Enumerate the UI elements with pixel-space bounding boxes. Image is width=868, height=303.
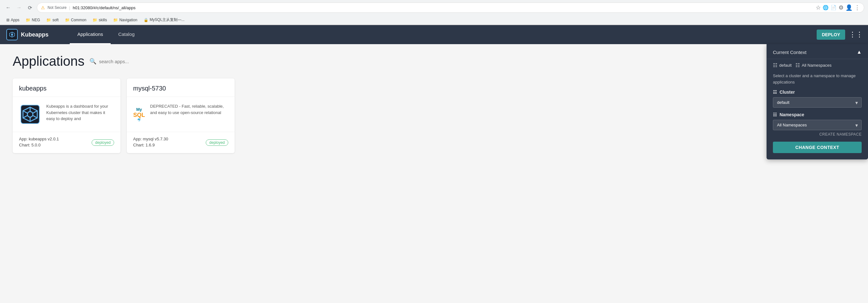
context-panel-header: Current Context ▲ — [767, 44, 868, 59]
address-bar-actions: ☆ 🌐 📄 ⚙ 👤 ⋮ — [816, 4, 860, 11]
kubeapps-logo-icon — [6, 29, 18, 40]
card-header-mysql: mysql-5730 — [127, 79, 235, 97]
grid-apps-icon[interactable]: ⋮⋮ — [849, 30, 863, 39]
chrome-menu-icon[interactable]: ⋮ — [855, 4, 860, 11]
card-desc-mysql: DEPRECATED - Fast, reliable, scalable, a… — [150, 103, 228, 126]
apps-grid-icon: ⊞ — [6, 18, 9, 22]
logo-svg — [9, 31, 15, 38]
namespace-section-icon: ☷ — [773, 112, 777, 117]
folder-icon-5: 📁 — [113, 18, 118, 22]
bookmark-apps-label: Apps — [11, 18, 19, 22]
status-badge-mysql: deployed — [206, 139, 228, 146]
bookmark-navigation[interactable]: 📁 Navigation — [111, 17, 140, 23]
chart-version-value-kubeapps: 5.0.0 — [31, 143, 40, 147]
card-body-kubeapps: Kubeapps is a dashboard for your Kuberne… — [13, 97, 121, 132]
folder-icon: 📁 — [26, 18, 30, 22]
context-subtitle: Select a cluster and a namespace to mana… — [767, 68, 868, 85]
kubeapps-card-logo — [19, 103, 41, 126]
bookmark-skills[interactable]: 📁 skills — [90, 17, 110, 23]
cluster-select[interactable]: default — [773, 97, 862, 108]
logo-text: Kubeapps — [21, 31, 49, 38]
page-title-area: Applications 🔍 — [13, 54, 855, 69]
bookmarks-bar: ⊞ Apps 📁 NEG 📁 soft 📁 Common 📁 skills 📁 … — [0, 15, 868, 25]
mysql-card-logo: My SQL 🐬 — [133, 103, 145, 126]
app-card-kubeapps[interactable]: kubeapps — [13, 79, 121, 153]
bookmark-soft-label: soft — [52, 18, 58, 22]
logo-area: Kubeapps — [0, 29, 70, 40]
svg-point-1 — [11, 34, 13, 35]
context-chevron-icon[interactable]: ▲ — [857, 49, 862, 55]
extension-translate-icon[interactable]: 🌐 — [823, 5, 829, 10]
context-panel-title: Current Context — [773, 50, 806, 55]
card-footer-kubeapps: App: kubeapps v2.0.1 Chart: 5.0.0 deploy… — [13, 132, 121, 153]
card-footer-row-mysql: App: mysql v5.7.30 Chart: 1.6.9 deployed — [133, 137, 228, 149]
cluster-section-title: ☷ Cluster — [773, 89, 862, 95]
card-meta-mysql: App: mysql v5.7.30 Chart: 1.6.9 — [133, 137, 168, 149]
header-right: DEPLOY ⋮⋮ — [817, 30, 868, 40]
nav-buttons: ← → ⟳ — [4, 3, 34, 12]
tab-applications[interactable]: Applications — [70, 25, 111, 44]
context-badge-namespace: ☷ All Namespaces — [796, 62, 832, 68]
apps-grid: kubeapps — [13, 79, 855, 153]
separator: | — [69, 5, 70, 10]
bookmark-soft[interactable]: 📁 soft — [44, 17, 61, 23]
status-badge-kubeapps: deployed — [92, 139, 114, 146]
change-context-button[interactable]: CHANGE CONTEXT — [773, 142, 862, 153]
chart-version-kubeapps: Chart: 5.0.0 — [19, 143, 59, 147]
reload-button[interactable]: ⟳ — [25, 3, 34, 12]
address-bar[interactable]: ⚠ Not Secure | h01:32080/#/c/default/ns/… — [37, 3, 864, 13]
context-badges: ☷ default ☷ All Namespaces — [767, 59, 868, 68]
deploy-button[interactable]: DEPLOY — [817, 30, 845, 40]
lock-icon: 🔒 — [144, 18, 148, 22]
main-content: Applications 🔍 kubeapps — [0, 44, 868, 235]
namespace-icon: ☷ — [796, 62, 800, 68]
app-version-mysql: App: mysql v5.7.30 — [133, 137, 168, 141]
page-title: Applications — [13, 54, 84, 69]
card-title-mysql: mysql-5730 — [133, 85, 228, 92]
card-title-kubeapps: kubeapps — [19, 85, 114, 92]
browser-toolbar: ← → ⟳ ⚠ Not Secure | h01:32080/#/c/defau… — [0, 0, 868, 15]
context-namespace-section: ☷ Namespace All Namespaces default kube-… — [767, 108, 868, 130]
context-badge-cluster: ☷ default — [773, 62, 792, 68]
bookmark-neg[interactable]: 📁 NEG — [23, 17, 42, 23]
search-box: 🔍 — [89, 57, 162, 66]
kubeapps-logo-img — [21, 105, 40, 124]
context-cluster-label: default — [779, 63, 792, 67]
search-icon: 🔍 — [89, 58, 96, 65]
card-body-mysql: My SQL 🐬 DEPRECATED - Fast, reliable, sc… — [127, 97, 235, 132]
tab-catalog[interactable]: Catalog — [111, 25, 142, 44]
app-version-value-kubeapps: kubeapps v2.0.1 — [29, 137, 59, 141]
create-namespace-link[interactable]: CREATE NAMESPACE — [767, 130, 868, 137]
not-secure-label: Not Secure — [48, 5, 67, 10]
forward-button[interactable]: → — [14, 3, 24, 12]
cluster-section-icon: ☷ — [773, 89, 777, 95]
cluster-icon: ☷ — [773, 62, 777, 68]
url-text[interactable]: h01:32080/#/c/default/ns/_all/apps — [72, 5, 813, 10]
profile-icon[interactable]: 👤 — [845, 4, 852, 11]
bookmark-apps[interactable]: ⊞ Apps — [4, 17, 22, 23]
bookmark-common[interactable]: 📁 Common — [62, 17, 89, 23]
namespace-select[interactable]: All Namespaces default kube-system — [773, 120, 862, 130]
bookmark-neg-label: NEG — [32, 18, 40, 22]
app-card-mysql[interactable]: mysql-5730 My SQL 🐬 DEPRECATED - Fast, r… — [127, 79, 235, 153]
search-input[interactable] — [99, 59, 162, 64]
folder-icon-4: 📁 — [93, 18, 97, 22]
chart-version-value-mysql: 1.6.9 — [146, 143, 155, 147]
extension-icon[interactable]: 📄 — [831, 5, 837, 10]
bookmark-star-icon[interactable]: ☆ — [816, 4, 821, 11]
app-version-kubeapps: App: kubeapps v2.0.1 — [19, 137, 59, 141]
bookmark-mysql-label: MySQL主从复制—... — [150, 17, 185, 23]
browser-chrome: ← → ⟳ ⚠ Not Secure | h01:32080/#/c/defau… — [0, 0, 868, 25]
puzzle-icon[interactable]: ⚙ — [839, 4, 844, 11]
nav-tabs: Applications Catalog — [70, 25, 142, 44]
card-meta-kubeapps: App: kubeapps v2.0.1 Chart: 5.0.0 — [19, 137, 59, 149]
security-warning-icon: ⚠ — [41, 5, 45, 10]
cluster-select-wrapper: default — [773, 97, 862, 108]
back-button[interactable]: ← — [4, 3, 13, 12]
card-footer-row-kubeapps: App: kubeapps v2.0.1 Chart: 5.0.0 deploy… — [19, 137, 114, 149]
folder-icon-3: 📁 — [65, 18, 70, 22]
namespace-section-title: ☷ Namespace — [773, 112, 862, 117]
folder-icon-2: 📁 — [46, 18, 51, 22]
card-desc-kubeapps: Kubeapps is a dashboard for your Kuberne… — [46, 103, 114, 126]
bookmark-mysql[interactable]: 🔒 MySQL主从复制—... — [141, 17, 187, 23]
